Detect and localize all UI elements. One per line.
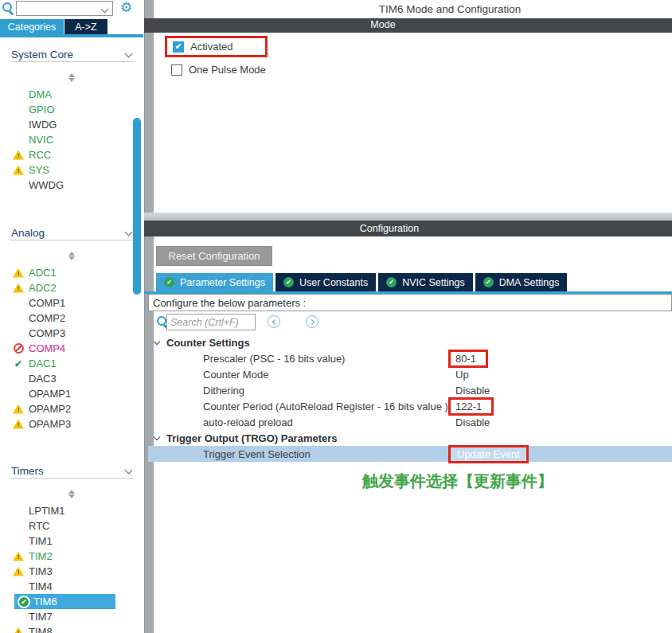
param-row[interactable]: Trigger Event SelectionUpdate Event xyxy=(148,446,672,462)
sort-toggle[interactable] xyxy=(68,73,76,82)
previous-match-button[interactable] xyxy=(268,315,280,328)
sidebar-item-tim6[interactable]: ✔TIM6 xyxy=(14,594,115,609)
param-row[interactable]: DitheringDisable xyxy=(148,382,672,398)
param-row[interactable]: Counter Period (AutoReload Register - 16… xyxy=(148,398,672,414)
reset-configuration-button[interactable]: Reset Configuration xyxy=(156,246,272,266)
sidebar-section-timers: TimersLPTIM1RTCTIM1!TIM2!TIM3TIM4✔TIM6TI… xyxy=(0,466,143,633)
chevron-down-icon xyxy=(125,228,133,236)
icon-slot xyxy=(8,343,29,354)
param-value[interactable]: Disable xyxy=(448,416,490,428)
check-circle-icon: ✔ xyxy=(283,277,294,287)
param-label: Counter Period (AutoReload Register - 16… xyxy=(203,401,448,412)
one-pulse-mode-row: One Pulse Mode xyxy=(171,64,266,76)
param-label: Prescaler (PSC - 16 bits value) xyxy=(203,353,345,365)
sidebar-item-label: TIM6 xyxy=(33,596,57,608)
tab-parameter-settings[interactable]: ✔Parameter Settings xyxy=(156,273,273,291)
sidebar-item-tim8[interactable]: !TIM8 xyxy=(0,624,143,633)
param-row[interactable]: auto-reload preloadDisable xyxy=(148,414,672,430)
tab-nvic-settings[interactable]: ✔NVIC Settings xyxy=(378,273,473,291)
sidebar-item-adc2[interactable]: !ADC2 xyxy=(0,280,143,295)
param-value[interactable]: Disable xyxy=(448,385,490,397)
icon-slot: ✔ xyxy=(14,596,33,608)
parameter-search-input[interactable] xyxy=(166,314,256,330)
section-items: DMAGPIOIWDGNVIC!RCC!SYSWWDG xyxy=(0,87,143,193)
horizontal-splitter[interactable] xyxy=(144,213,672,221)
param-label: Counter Mode xyxy=(203,369,268,381)
sidebar-item-opamp3[interactable]: !OPAMP3 xyxy=(0,416,143,432)
warning-icon: ! xyxy=(13,567,24,576)
tab-user-constants[interactable]: ✔User Constants xyxy=(275,273,376,291)
one-pulse-mode-checkbox[interactable] xyxy=(171,64,182,76)
sort-toggle[interactable] xyxy=(68,490,76,498)
sidebar-search-bar xyxy=(0,0,143,18)
tab-dma-settings[interactable]: ✔DMA Settings xyxy=(475,273,568,291)
sort-up-icon xyxy=(68,490,75,494)
sidebar-item-tim4[interactable]: TIM4 xyxy=(0,579,143,594)
param-label: auto-reload preload xyxy=(203,416,293,428)
param-value[interactable]: Up xyxy=(448,369,469,381)
activated-checkbox[interactable] xyxy=(173,41,184,53)
sidebar-scrollbar[interactable] xyxy=(133,118,141,295)
chevron-down-icon xyxy=(125,466,133,474)
param-group-header[interactable]: Counter Settings xyxy=(148,334,672,350)
tab-a-to-z[interactable]: A->Z xyxy=(64,19,107,34)
sidebar-item-label: OPAMP3 xyxy=(29,418,71,430)
sidebar-item-tim3[interactable]: !TIM3 xyxy=(0,564,143,579)
sidebar-item-nvic[interactable]: NVIC xyxy=(0,132,143,147)
sidebar-item-iwdg[interactable]: IWDG xyxy=(0,117,143,132)
sidebar-item-dma[interactable]: DMA xyxy=(0,87,143,102)
section-header[interactable]: Timers xyxy=(10,466,133,479)
warning-icon: ! xyxy=(13,420,24,429)
group-title: Trigger Output (TRGO) Parameters xyxy=(166,432,338,444)
tab-label: NVIC Settings xyxy=(402,277,465,288)
sidebar-item-opamp1[interactable]: OPAMP1 xyxy=(0,386,143,401)
section-items: LPTIM1RTCTIM1!TIM2!TIM3TIM4✔TIM6TIM7!TIM… xyxy=(0,503,143,633)
sidebar-item-lptim1[interactable]: LPTIM1 xyxy=(0,503,143,518)
param-value[interactable]: 122-1 xyxy=(448,397,494,416)
section-header[interactable]: Analog xyxy=(10,228,133,240)
sidebar-item-gpio[interactable]: GPIO xyxy=(0,102,143,117)
icon-slot: ! xyxy=(8,567,29,576)
param-value[interactable]: 80-1 xyxy=(448,350,488,368)
sidebar-item-label: DMA xyxy=(29,88,52,100)
next-match-button[interactable] xyxy=(306,315,318,328)
sidebar-item-rcc[interactable]: !RCC xyxy=(0,147,143,162)
tab-categories[interactable]: Categories xyxy=(0,19,64,34)
sort-toggle[interactable] xyxy=(68,252,76,260)
sidebar-item-sys[interactable]: !SYS xyxy=(0,162,143,178)
sidebar-section-system-core: System CoreDMAGPIOIWDGNVIC!RCC!SYSWWDG xyxy=(0,49,143,193)
panel-title-row: TIM6 Mode and Configuration xyxy=(154,0,672,18)
peripheral-search-combobox[interactable] xyxy=(16,1,113,16)
sidebar-item-label: GPIO xyxy=(29,104,55,115)
sidebar-item-comp3[interactable]: COMP3 xyxy=(0,326,143,341)
sidebar-item-label: LPTIM1 xyxy=(29,505,65,517)
sidebar-item-tim1[interactable]: TIM1 xyxy=(0,533,143,549)
sidebar-item-tim2[interactable]: !TIM2 xyxy=(0,549,143,564)
sidebar-item-comp4[interactable]: COMP4 xyxy=(0,341,143,356)
section-header[interactable]: System Core xyxy=(10,49,133,62)
mode-header-label: Mode xyxy=(370,19,395,30)
param-row[interactable]: Prescaler (PSC - 16 bits value)80-1 xyxy=(148,350,672,366)
sidebar-item-wwdg[interactable]: WWDG xyxy=(0,178,143,193)
sidebar-item-tim7[interactable]: TIM7 xyxy=(0,609,143,624)
chevron-down-icon xyxy=(154,433,160,440)
sidebar-item-label: TIM7 xyxy=(29,611,53,623)
sidebar-item-opamp2[interactable]: !OPAMP2 xyxy=(0,401,143,416)
sidebar-item-comp2[interactable]: COMP2 xyxy=(0,311,143,326)
section-items: !ADC1!ADC2COMP1COMP2COMP3COMP4✔DAC1DAC3O… xyxy=(0,265,143,432)
sidebar-item-comp1[interactable]: COMP1 xyxy=(0,295,143,311)
param-row[interactable]: Counter ModeUp xyxy=(148,366,672,382)
param-value[interactable]: Update Event xyxy=(448,445,529,463)
sidebar-item-dac3[interactable]: DAC3 xyxy=(0,371,143,386)
sidebar-item-label: OPAMP2 xyxy=(29,403,71,415)
sidebar-item-rtc[interactable]: RTC xyxy=(0,518,143,533)
page-title: TIM6 Mode and Configuration xyxy=(379,3,522,15)
sidebar-item-dac1[interactable]: ✔DAC1 xyxy=(0,356,143,371)
gear-icon[interactable] xyxy=(120,0,132,16)
param-group-header[interactable]: Trigger Output (TRGO) Parameters xyxy=(148,430,672,446)
sidebar-item-label: OPAMP1 xyxy=(29,388,71,400)
sidebar-item-label: COMP3 xyxy=(29,327,65,339)
sidebar-item-adc1[interactable]: !ADC1 xyxy=(0,265,143,280)
icon-slot: ! xyxy=(8,404,29,414)
configuration-tabs: ✔Parameter Settings✔User Constants✔NVIC … xyxy=(156,273,567,291)
